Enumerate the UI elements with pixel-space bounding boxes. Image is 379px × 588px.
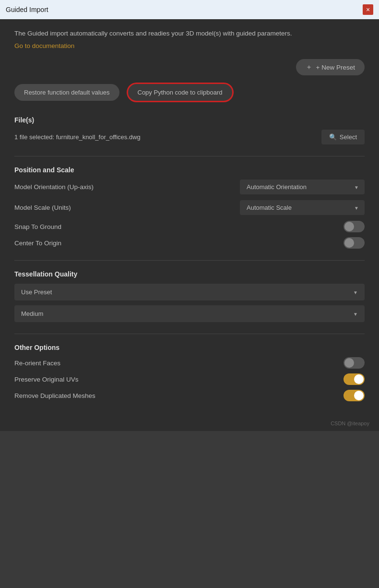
reorient-toggle[interactable] (343, 357, 365, 369)
scale-label: Model Scale (Units) (14, 204, 71, 211)
reorient-label: Re-orient Faces (14, 360, 60, 367)
snap-label: Snap To Ground (14, 223, 61, 230)
preserve-uvs-toggle[interactable] (343, 373, 365, 385)
description-text: The Guided import automatically converts… (14, 29, 365, 38)
select-label: Select (340, 133, 357, 141)
restore-defaults-button[interactable]: Restore function default values (14, 84, 119, 101)
watermark: CSDN @iteapoy (0, 416, 379, 431)
reorient-row: Re-orient Faces (14, 357, 365, 369)
snap-toggle-row: Snap To Ground (14, 221, 365, 232)
divider-2 (14, 260, 365, 261)
other-heading: Other Options (14, 344, 365, 351)
tessellation-heading: Tessellation Quality (14, 270, 365, 278)
orientation-select[interactable]: Automatic Orientation Y-Up Z-Up (240, 180, 365, 194)
center-toggle-row: Center To Origin (14, 237, 365, 249)
new-preset-row: ＋ + New Preset (14, 59, 365, 75)
remove-duplicates-toggle[interactable] (343, 390, 365, 401)
scale-select[interactable]: Automatic Scale Millimeters Centimeters … (240, 200, 365, 215)
preset-select-wrap: Use Preset Custom (14, 284, 365, 300)
new-preset-button[interactable]: ＋ + New Preset (296, 59, 365, 75)
preset-select[interactable]: Use Preset Custom (14, 284, 365, 300)
window-title: Guided Import (6, 6, 48, 13)
orientation-select-wrap: Automatic Orientation Y-Up Z-Up (240, 180, 365, 194)
position-heading: Position and Scale (14, 166, 365, 174)
files-heading: File(s) (14, 116, 365, 124)
title-bar: Guided Import × (0, 0, 379, 19)
copy-python-button[interactable]: Copy Python code to clipboard (127, 83, 233, 102)
orientation-label: Model Orientation (Up-axis) (14, 183, 94, 191)
file-row: 1 file selected: furniture_knoll_for_off… (14, 130, 365, 144)
quality-select-wrap: Low Medium High Very High (14, 305, 365, 322)
snap-toggle[interactable] (343, 221, 365, 232)
preserve-uvs-row: Preserve Original UVs (14, 373, 365, 385)
orientation-row: Model Orientation (Up-axis) Automatic Or… (14, 180, 365, 194)
quality-select[interactable]: Low Medium High Very High (14, 305, 365, 322)
doc-link[interactable]: Go to documentation (14, 42, 365, 49)
guided-import-window: Guided Import × The Guided import automa… (0, 0, 379, 431)
scale-select-wrap: Automatic Scale Millimeters Centimeters … (240, 200, 365, 215)
scale-row: Model Scale (Units) Automatic Scale Mill… (14, 200, 365, 215)
buttons-row: Restore function default values Copy Pyt… (14, 83, 365, 102)
remove-duplicates-row: Remove Duplicated Meshes (14, 390, 365, 401)
plus-icon: ＋ (306, 63, 312, 72)
divider-1 (14, 156, 365, 156)
search-icon: 🔍 (329, 133, 337, 141)
file-text: 1 file selected: furniture_knoll_for_off… (14, 133, 141, 141)
position-section: Position and Scale Model Orientation (Up… (14, 163, 365, 253)
other-options-section: Other Options Re-orient Faces Preserve O… (14, 341, 365, 406)
select-file-button[interactable]: 🔍 Select (321, 130, 365, 144)
center-toggle[interactable] (343, 237, 365, 249)
divider-3 (14, 334, 365, 334)
new-preset-label: + New Preset (316, 64, 355, 71)
preserve-uvs-label: Preserve Original UVs (14, 376, 79, 383)
content-area: The Guided import automatically converts… (0, 19, 379, 416)
snap-row: Snap To Ground Center To Origin (14, 221, 365, 249)
center-label: Center To Origin (14, 240, 61, 247)
remove-duplicates-label: Remove Duplicated Meshes (14, 392, 95, 399)
tessellation-section: Tessellation Quality Use Preset Custom L… (14, 267, 365, 327)
close-button[interactable]: × (363, 4, 373, 15)
files-section: File(s) 1 file selected: furniture_knoll… (14, 113, 365, 147)
